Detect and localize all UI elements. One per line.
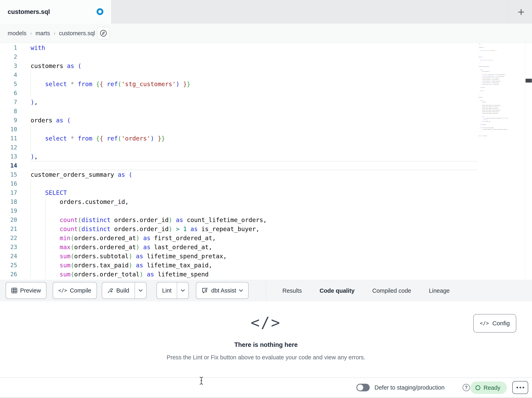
config-button[interactable]: </> Config xyxy=(473,314,516,333)
editor-scrollbar-thumb[interactable] xyxy=(526,79,532,83)
dot-icon xyxy=(517,387,518,388)
code-line[interactable]: 21 count(distinct orders.order_id) > 1 a… xyxy=(0,224,525,234)
code-line[interactable]: 5 select * from {{ ref('stg_customers') … xyxy=(0,79,525,89)
tab-customers-sql[interactable]: customers.sql xyxy=(0,0,111,24)
minimap-line xyxy=(479,89,503,90)
minimap-line xyxy=(479,98,503,99)
more-options-button[interactable] xyxy=(512,381,528,394)
code-line[interactable]: 3customers as ( xyxy=(0,61,525,71)
code-line[interactable]: 25 sum(orders.tax_paid) as lifetime_tax_… xyxy=(0,261,525,270)
code-brackets-icon: </> xyxy=(250,314,282,331)
table-icon xyxy=(11,287,17,294)
code-line[interactable]: 4 xyxy=(0,71,525,79)
code-line[interactable]: 2 xyxy=(0,52,525,61)
code-line[interactable]: 9orders as ( xyxy=(0,116,525,125)
build-button[interactable]: Build xyxy=(102,282,134,299)
build-dropdown-button[interactable] xyxy=(135,282,146,299)
line-number: 13 xyxy=(0,152,17,161)
breadcrumb-row: models › marts › customers.sql Save xyxy=(0,24,532,43)
code-line[interactable]: 20 count(distinct orders.order_id) as co… xyxy=(0,215,525,224)
line-number: 21 xyxy=(0,224,17,234)
preview-button[interactable]: Preview xyxy=(6,282,46,299)
minimap-line: sum(orders.subtotal) as lifetime_spend_p… xyxy=(479,81,503,82)
code-line[interactable]: 17 SELECT xyxy=(0,188,525,197)
code-line[interactable]: 13), xyxy=(0,152,525,161)
line-number: 14 xyxy=(0,161,17,170)
minimap-line: customer_orders_summary.count_lifetime_o… xyxy=(479,105,503,106)
minimap-line: customers.*, xyxy=(479,102,503,103)
code-line[interactable]: 15customer_orders_summary as ( xyxy=(0,170,525,179)
line-number: 24 xyxy=(0,252,17,261)
minimap[interactable]: with customers as ( select * from {{ ref… xyxy=(479,44,525,137)
line-number: 20 xyxy=(0,215,17,224)
dot-icon xyxy=(519,387,521,388)
help-icon[interactable]: ? xyxy=(462,384,470,391)
toolbar-tabs-divider xyxy=(266,281,266,300)
code-line[interactable]: 26 sum(orders.order_total) as lifetime_s… xyxy=(0,270,525,279)
tab-title: customers.sql xyxy=(8,8,50,15)
code-line[interactable]: 23 max(orders.ordered_at) as last_ordere… xyxy=(0,243,525,252)
chevron-down-icon xyxy=(239,289,243,292)
code-line[interactable]: 1with xyxy=(0,43,525,52)
line-number: 18 xyxy=(0,197,17,206)
minimap-line: ), xyxy=(479,63,503,64)
panel-tab-code-quality[interactable]: Code quality xyxy=(311,280,363,302)
code-line[interactable]: 14 xyxy=(0,161,525,170)
line-number: 15 xyxy=(0,170,17,179)
minimap-line: else 'new' xyxy=(479,119,503,120)
code-line[interactable]: 24 sum(orders.subtotal) as lifetime_spen… xyxy=(0,252,525,261)
panel-tab-compiled-code[interactable]: Compiled code xyxy=(363,280,420,302)
breadcrumb: models › marts › customers.sql xyxy=(8,24,95,43)
minimap-line xyxy=(479,123,503,124)
tab-strip: customers.sql + xyxy=(0,0,532,24)
defer-toggle[interactable] xyxy=(356,384,370,391)
minimap-line xyxy=(479,49,503,49)
code-line[interactable]: 11 select * from {{ ref('orders') }} xyxy=(0,134,525,143)
code-line[interactable]: 12 xyxy=(0,143,525,152)
breadcrumb-marts[interactable]: marts xyxy=(35,30,50,37)
minimap-line: ), xyxy=(479,53,503,54)
explore-lineage-button[interactable] xyxy=(97,27,110,40)
preview-button-label: Preview xyxy=(20,287,41,294)
minimap-line xyxy=(479,85,503,86)
line-number: 26 xyxy=(0,270,17,279)
minimap-line: SELECT xyxy=(479,69,503,70)
lint-button-label: Lint xyxy=(162,287,171,294)
new-tab-button[interactable]: + xyxy=(510,0,532,24)
minimap-line: max(orders.ordered_at) as last_ordered_a… xyxy=(479,79,503,80)
breadcrumb-separator-icon: › xyxy=(54,30,56,36)
lint-button[interactable]: Lint xyxy=(157,282,177,299)
status-circle-icon xyxy=(475,385,480,390)
toggle-knob xyxy=(357,385,363,391)
chevron-down-icon xyxy=(139,289,143,292)
lint-dropdown-button[interactable] xyxy=(177,282,189,299)
code-line[interactable]: 10 xyxy=(0,125,525,134)
code-editor[interactable]: 1with23customers as (45 select * from {{… xyxy=(0,43,532,280)
compile-button[interactable]: </> Compile xyxy=(53,282,97,299)
minimap-line xyxy=(479,95,503,96)
line-number: 7 xyxy=(0,98,17,107)
code-line[interactable]: 6 xyxy=(0,89,525,98)
breadcrumb-models[interactable]: models xyxy=(8,30,26,37)
line-number: 22 xyxy=(0,234,17,243)
empty-state-title: There is nothing here xyxy=(0,341,532,348)
minimap-line: min(orders.ordered_at) as first_ordered_… xyxy=(479,78,503,78)
code-line[interactable]: 18 orders.customer_id, xyxy=(0,197,525,206)
code-line[interactable]: 8 xyxy=(0,107,525,116)
minimap-line: joined as ( xyxy=(479,97,503,98)
code-line[interactable]: 16 xyxy=(0,179,525,188)
code-line[interactable]: 7), xyxy=(0,98,525,107)
minimap-line xyxy=(479,92,503,93)
line-number: 6 xyxy=(0,89,17,98)
panel-tab-results[interactable]: Results xyxy=(273,280,311,302)
minimap-line: customer_orders_summary as ( xyxy=(479,66,503,67)
code-line[interactable]: 19 xyxy=(0,206,525,215)
panel-tab-lineage[interactable]: Lineage xyxy=(420,280,458,302)
build-split-button: Build xyxy=(102,282,147,299)
code-lines[interactable]: 1with23customers as (45 select * from {{… xyxy=(0,43,525,279)
dbt-assist-button[interactable]: dbt Assist xyxy=(196,282,249,299)
line-number: 16 xyxy=(0,179,17,188)
code-line[interactable]: 22 min(orders.ordered_at) as first_order… xyxy=(0,234,525,243)
breadcrumb-file[interactable]: customers.sql xyxy=(59,30,95,37)
minimap-line: from customers xyxy=(479,124,503,125)
